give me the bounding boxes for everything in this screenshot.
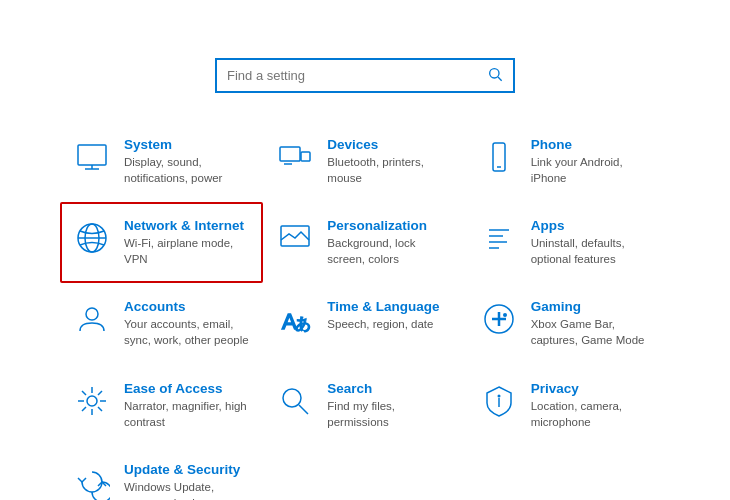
setting-item-devices[interactable]: Devices Bluetooth, printers, mouse xyxy=(263,121,466,202)
setting-item-search[interactable]: Search Find my files, permissions xyxy=(263,365,466,446)
privacy-icon xyxy=(479,381,519,421)
minimize-button[interactable] xyxy=(580,0,626,30)
settings-grid: System Display, sound, notifications, po… xyxy=(60,121,670,500)
setting-desc-search: Find my files, permissions xyxy=(327,398,454,430)
svg-point-24 xyxy=(283,389,301,407)
svg-point-22 xyxy=(503,313,507,317)
svg-point-27 xyxy=(497,394,500,397)
search-icon xyxy=(275,381,315,421)
update-icon xyxy=(72,462,112,500)
setting-desc-ease: Narrator, magnifier, high contrast xyxy=(124,398,251,430)
setting-item-time[interactable]: Aあ Time & Language Speech, region, date xyxy=(263,283,466,364)
svg-text:あ: あ xyxy=(295,315,311,332)
window-controls xyxy=(580,0,722,30)
network-icon xyxy=(72,218,112,258)
setting-title-time: Time & Language xyxy=(327,299,454,314)
setting-item-gaming[interactable]: Gaming Xbox Game Bar, captures, Game Mod… xyxy=(467,283,670,364)
setting-desc-network: Wi-Fi, airplane mode, VPN xyxy=(124,235,251,267)
setting-desc-privacy: Location, camera, microphone xyxy=(531,398,658,430)
accounts-icon xyxy=(72,299,112,339)
devices-icon xyxy=(275,137,315,177)
setting-title-network: Network & Internet xyxy=(124,218,251,233)
phone-icon xyxy=(479,137,519,177)
search-bar[interactable] xyxy=(215,58,515,93)
title-bar xyxy=(0,0,730,30)
svg-rect-2 xyxy=(78,145,106,165)
setting-desc-accounts: Your accounts, email, sync, work, other … xyxy=(124,316,251,348)
setting-title-phone: Phone xyxy=(531,137,658,152)
setting-item-network[interactable]: Network & Internet Wi-Fi, airplane mode,… xyxy=(60,202,263,283)
main-content: System Display, sound, notifications, po… xyxy=(0,30,730,500)
setting-title-system: System xyxy=(124,137,251,152)
setting-title-accounts: Accounts xyxy=(124,299,251,314)
search-input[interactable] xyxy=(227,68,487,83)
svg-point-18 xyxy=(86,308,98,320)
time-icon: Aあ xyxy=(275,299,315,339)
setting-desc-time: Speech, region, date xyxy=(327,316,454,332)
setting-desc-phone: Link your Android, iPhone xyxy=(531,154,658,186)
setting-item-privacy[interactable]: Privacy Location, camera, microphone xyxy=(467,365,670,446)
search-icon xyxy=(487,66,503,85)
setting-desc-personalization: Background, lock screen, colors xyxy=(327,235,454,267)
setting-item-ease[interactable]: Ease of Access Narrator, magnifier, high… xyxy=(60,365,263,446)
setting-item-accounts[interactable]: Accounts Your accounts, email, sync, wor… xyxy=(60,283,263,364)
apps-icon xyxy=(479,218,519,258)
setting-item-system[interactable]: System Display, sound, notifications, po… xyxy=(60,121,263,202)
ease-icon xyxy=(72,381,112,421)
setting-title-update: Update & Security xyxy=(124,462,251,477)
svg-line-1 xyxy=(498,77,502,81)
svg-point-23 xyxy=(87,396,97,406)
setting-title-personalization: Personalization xyxy=(327,218,454,233)
close-button[interactable] xyxy=(676,0,722,30)
svg-rect-5 xyxy=(280,147,300,161)
setting-item-apps[interactable]: Apps Uninstall, defaults, optional featu… xyxy=(467,202,670,283)
setting-title-devices: Devices xyxy=(327,137,454,152)
setting-item-phone[interactable]: Phone Link your Android, iPhone xyxy=(467,121,670,202)
setting-title-apps: Apps xyxy=(531,218,658,233)
setting-desc-devices: Bluetooth, printers, mouse xyxy=(327,154,454,186)
setting-title-gaming: Gaming xyxy=(531,299,658,314)
personalization-icon xyxy=(275,218,315,258)
system-icon xyxy=(72,137,112,177)
setting-desc-update: Windows Update, recovery, backup xyxy=(124,479,251,500)
setting-desc-gaming: Xbox Game Bar, captures, Game Mode xyxy=(531,316,658,348)
svg-rect-6 xyxy=(301,152,310,161)
setting-item-personalization[interactable]: Personalization Background, lock screen,… xyxy=(263,202,466,283)
svg-line-25 xyxy=(299,405,308,414)
setting-title-ease: Ease of Access xyxy=(124,381,251,396)
maximize-button[interactable] xyxy=(628,0,674,30)
svg-point-0 xyxy=(490,69,499,78)
setting-item-update[interactable]: Update & Security Windows Update, recove… xyxy=(60,446,263,500)
setting-title-search: Search xyxy=(327,381,454,396)
setting-title-privacy: Privacy xyxy=(531,381,658,396)
setting-desc-system: Display, sound, notifications, power xyxy=(124,154,251,186)
setting-desc-apps: Uninstall, defaults, optional features xyxy=(531,235,658,267)
gaming-icon xyxy=(479,299,519,339)
